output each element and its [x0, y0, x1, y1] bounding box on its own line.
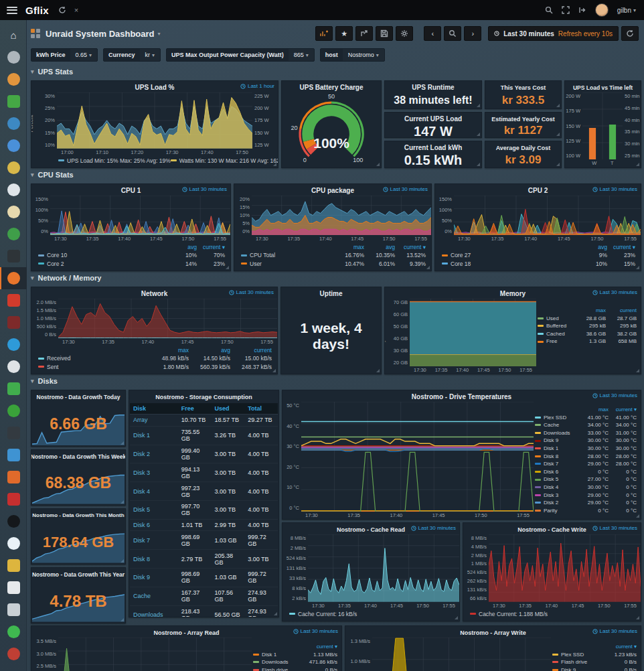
variable-currency[interactable]: Currencykr ▾ — [103, 48, 161, 62]
app-gitlab-icon[interactable] — [0, 466, 27, 488]
legend-item[interactable]: Core 279%23% — [442, 251, 635, 259]
app-home-assistant-icon[interactable] — [0, 444, 27, 466]
panel-title[interactable]: CPU package — [311, 187, 354, 194]
legend-item[interactable]: Disk 60 °C0 °C — [535, 468, 637, 476]
app-green-u-icon[interactable] — [0, 378, 27, 400]
time-range-badge[interactable]: Last 1 hour — [240, 83, 274, 89]
fullscreen-icon[interactable] — [562, 6, 570, 14]
legend-item[interactable]: Disk 430.00 °C0 °C — [535, 483, 637, 492]
cache-write-chart[interactable] — [489, 534, 641, 602]
tab-refresh-icon[interactable] — [58, 6, 66, 14]
section-ups-stats[interactable]: ▾UPS Stats — [31, 68, 73, 76]
panel-title[interactable]: Nostromo - Cache Read — [337, 526, 405, 533]
legend-item[interactable]: Disk 329.00 °C0 °C — [535, 492, 637, 500]
time-range-badge[interactable]: Last 30 minutes — [182, 186, 227, 192]
app-plex-icon[interactable] — [0, 90, 27, 113]
time-forward-button[interactable]: › — [464, 26, 481, 41]
app-toggle-icon[interactable] — [0, 422, 27, 444]
section-network-memory[interactable]: ▾Network / Memory — [31, 274, 101, 282]
panel-title[interactable]: Nostromo - Storage Consumption — [155, 394, 252, 400]
legend-item[interactable]: Disk 527.00 °C0 °C — [535, 475, 637, 483]
app-jacket-icon[interactable] — [0, 577, 27, 599]
legend-item[interactable]: UPS Load Min: 15% Max: 25% Avg: 19% — [58, 157, 171, 165]
settings-button[interactable] — [396, 26, 413, 41]
cpu1-chart[interactable] — [50, 196, 230, 235]
app-cream-fan-icon[interactable] — [0, 201, 27, 223]
share-dashboard-button[interactable] — [355, 26, 373, 41]
logout-arrow-icon[interactable] — [0, 599, 27, 621]
tab-close-icon[interactable]: × — [74, 6, 78, 14]
legend-item[interactable]: Cache Current: 1.188 MB/s — [470, 610, 635, 618]
panel-title[interactable]: Current Load kWh — [404, 144, 463, 151]
legend-item[interactable]: Disk 229.00 °C0 °C — [535, 499, 637, 507]
time-range-badge[interactable]: Last 30 minutes — [592, 628, 637, 634]
legend-item[interactable]: User10.47%6.01%9.39% — [241, 260, 426, 268]
panel-title[interactable]: CPU 1 — [121, 187, 141, 194]
legend-item[interactable]: Cached38.6 GB38.2 GB — [538, 330, 637, 338]
legend-item[interactable]: Plex SSD1.23 kB/s — [552, 651, 637, 659]
drive-temps-chart[interactable] — [301, 402, 534, 512]
legend-item[interactable]: Received48.98 kB/s14.50 kB/s15.00 kB/s — [38, 354, 272, 362]
legend-item[interactable]: Disk 828.00 °C28.00 °C — [535, 453, 637, 461]
app-bowl-icon[interactable] — [0, 400, 27, 422]
legend-item[interactable]: Core 214%23% — [38, 260, 225, 268]
app-white-fan-icon[interactable] — [0, 179, 27, 201]
panel-title[interactable]: This Years Cost — [501, 84, 546, 91]
battery-gauge[interactable]: 02050100100% — [282, 92, 381, 168]
search-icon[interactable] — [545, 6, 553, 14]
legend-item[interactable]: Cache Current: 16 kB/s — [289, 610, 454, 618]
panel-title[interactable]: Current UPS Load — [404, 115, 462, 123]
table-header[interactable]: Free — [178, 403, 212, 415]
star-button[interactable]: ★ — [335, 26, 353, 41]
legend-item[interactable]: Plex SSD41.00 °C41.00 °C — [535, 414, 637, 422]
legend-item[interactable]: Watts Min: 130 W Max: 216 W Avg: 162 W — [171, 157, 278, 165]
time-range-badge[interactable]: Last 30 minutes — [592, 186, 637, 192]
app-cloud-icon[interactable] — [0, 135, 27, 157]
section-cpu-stats[interactable]: ▾CPU Stats — [31, 171, 74, 179]
app-waterdrop-icon[interactable] — [0, 532, 27, 554]
panel-title[interactable]: Estimated Yearly Cost — [491, 116, 554, 123]
panel-title[interactable]: Nostromo - Data Growth This Week — [31, 453, 126, 460]
cache-read-chart[interactable] — [308, 534, 459, 602]
table-header[interactable]: Disk — [130, 403, 178, 415]
legend-item[interactable]: Buffered295 kB295 kB — [538, 322, 637, 330]
legend-item[interactable]: Downloads33.00 °C31.00 °C — [535, 429, 637, 437]
panel-title[interactable]: CPU 2 — [528, 187, 548, 194]
table-header[interactable]: Total — [244, 403, 278, 415]
array-write-chart[interactable] — [372, 638, 551, 671]
panel-title[interactable]: UPS Load % — [135, 84, 175, 91]
time-range-picker[interactable]: Last 30 minutes Refresh every 10s — [488, 26, 619, 41]
app-blue-eye-icon[interactable] — [0, 333, 27, 356]
app-ubiquiti-icon[interactable] — [0, 356, 27, 378]
add-panel-button[interactable] — [315, 26, 333, 41]
network-chart[interactable] — [58, 299, 277, 338]
table-header[interactable]: Used — [212, 403, 245, 415]
legend-item[interactable]: Free1.3 GB658 MB — [538, 338, 637, 346]
legend-item[interactable]: Disk 130.00 °C30.00 °C — [535, 445, 637, 453]
panel-title[interactable]: Nostromo - Data Growth This Month — [32, 512, 124, 518]
memory-chart[interactable] — [410, 299, 536, 366]
app-github-icon[interactable] — [0, 621, 27, 643]
panel-title[interactable]: Nostromo - Array Read — [153, 629, 219, 636]
panel-title[interactable]: Nostromo - Data Growth Today — [37, 394, 120, 400]
app-shield-red-icon[interactable] — [0, 289, 27, 311]
legend-item[interactable]: Disk 11.13 MB/s — [253, 651, 337, 659]
panel-title[interactable]: Nostromo - Data Growth This Year — [32, 571, 125, 578]
settings-gear-icon[interactable] — [0, 46, 27, 68]
legend-item[interactable]: Cache34.00 °C34.00 °C — [535, 421, 637, 429]
array-read-chart[interactable] — [58, 638, 252, 671]
zoom-out-button[interactable] — [444, 26, 461, 41]
legend-item[interactable]: Sent1.80 MB/s560.39 kB/s248.37 kB/s — [38, 363, 272, 371]
panel-title[interactable]: UPS Battery Charge — [299, 84, 363, 91]
ups-load-chart[interactable] — [57, 92, 252, 149]
save-button[interactable] — [376, 26, 393, 41]
app-sabnzbd-icon[interactable] — [0, 554, 27, 577]
legend-item[interactable]: Parity0 °C0 °C — [535, 507, 637, 515]
home-icon[interactable]: ⌂ — [0, 24, 27, 46]
panel-title[interactable]: UPS Runtime — [412, 84, 454, 91]
time-range-badge[interactable]: Last 30 minutes — [592, 289, 637, 295]
dashboard-title[interactable]: Unraid System Dashboard — [46, 29, 155, 39]
variable-host[interactable]: hostNostromo ▾ — [320, 48, 385, 62]
app-wheel-red-icon[interactable] — [0, 643, 27, 665]
time-range-badge[interactable]: Last 30 minutes — [229, 289, 274, 295]
